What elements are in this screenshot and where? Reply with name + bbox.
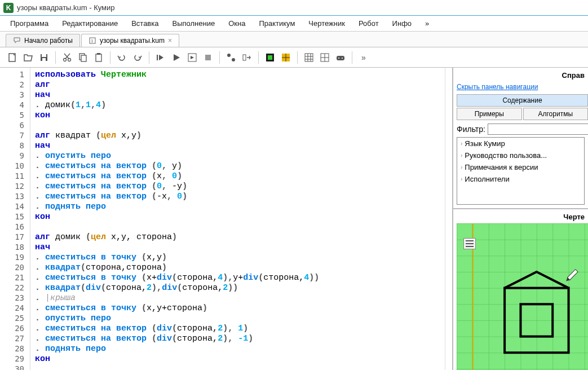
tree-item-label: Примечания к версии (465, 163, 538, 171)
line-number: 16 (0, 222, 30, 232)
code-editor[interactable]: использовать Чертежникалгнач. домик(1,1,… (30, 68, 445, 370)
code-line[interactable]: . поднять перо (35, 202, 445, 212)
menu-Вставка[interactable]: Вставка (126, 17, 164, 30)
code-line[interactable]: . сместиться в точку (x,y+сторона) (35, 303, 445, 314)
run-to-button[interactable] (185, 51, 199, 64)
menu-»[interactable]: » (419, 17, 435, 30)
menu-Практикум[interactable]: Практикум (253, 17, 300, 30)
separator (352, 51, 352, 64)
tree-item-label: Язык Кумир (465, 139, 505, 148)
svg-point-6 (64, 58, 67, 61)
speech-icon (13, 37, 21, 45)
tree-item[interactable]: ›Примечания к версии (457, 161, 584, 173)
svg-point-16 (232, 58, 235, 61)
line-number: 30 (0, 364, 30, 370)
canvas-menu-button[interactable] (463, 238, 476, 249)
menu-Редактирование[interactable]: Редактирование (56, 17, 123, 30)
gamepad-button[interactable] (334, 51, 347, 64)
trace-button[interactable] (240, 51, 254, 64)
svg-point-33 (342, 58, 343, 59)
debug-button[interactable] (224, 51, 238, 64)
menu-Программа[interactable]: Программа (5, 17, 54, 30)
line-number: 24 (0, 303, 30, 314)
menu-Робот[interactable]: Робот (353, 17, 384, 30)
line-number: 13 (0, 192, 30, 202)
run-button[interactable] (170, 51, 183, 64)
new-file-button[interactable] (6, 51, 19, 64)
menu-Выполнение[interactable]: Выполнение (166, 17, 220, 30)
editor-panel: 1234567891011121314151617181920212223242… (0, 68, 453, 370)
code-line[interactable]: нач (35, 141, 445, 151)
code-line[interactable]: кон (35, 354, 445, 364)
line-number: 23 (0, 293, 30, 303)
code-line[interactable]: . опустить перо (35, 314, 445, 324)
svg-rect-11 (97, 53, 100, 55)
code-line[interactable]: . квадрат(div(сторона,2),div(сторона,2)) (35, 283, 445, 293)
stop-button[interactable] (201, 51, 215, 64)
code-line[interactable]: кон (35, 111, 445, 121)
filter-input[interactable] (488, 124, 588, 135)
tab-Начало работы[interactable]: Начало работы (6, 34, 80, 47)
paste-button[interactable] (92, 51, 105, 64)
grid3-button[interactable] (302, 51, 316, 64)
code-line[interactable]: . домик(1,1,4) (35, 100, 445, 111)
code-line[interactable] (35, 364, 445, 370)
help-tab-content[interactable]: Содержание (457, 94, 588, 107)
undo-button[interactable] (115, 51, 129, 64)
target-button[interactable] (279, 51, 293, 64)
code-line[interactable]: . сместиться на вектор (0, y) (35, 161, 445, 171)
more-button[interactable]: » (357, 51, 370, 64)
help-tab-examples[interactable]: Примеры (457, 108, 522, 120)
svg-point-32 (338, 58, 339, 59)
line-number: 7 (0, 131, 30, 141)
code-line[interactable]: . квадрат(сторона,сторона) (35, 263, 445, 273)
code-line[interactable]: . сместиться в точку (x+div(сторона,4),y… (35, 273, 445, 283)
hide-nav-link[interactable]: Скрыть панель навигации (457, 83, 588, 91)
grid-green-button[interactable] (263, 51, 277, 64)
tree-item[interactable]: ›Исполнители (457, 173, 584, 185)
code-line[interactable]: . поднять перо (35, 344, 445, 354)
tree-item[interactable]: ›Язык Кумир (457, 138, 584, 149)
code-line[interactable]: нач (35, 243, 445, 253)
save-file-button[interactable] (37, 51, 51, 64)
open-file-button[interactable] (21, 51, 35, 64)
grid2-button[interactable] (318, 51, 331, 64)
code-line[interactable]: кон (35, 212, 445, 222)
redo-button[interactable] (131, 51, 144, 64)
code-line[interactable]: . сместиться на вектор (x, 0) (35, 171, 445, 182)
close-icon[interactable]: × (168, 37, 172, 45)
run-step-button[interactable] (154, 51, 167, 64)
code-line[interactable]: нач (35, 90, 445, 100)
help-tab-algorithms[interactable]: Алгоритмы (523, 108, 589, 120)
code-line[interactable]: использовать Чертежник (35, 70, 445, 80)
copy-button[interactable] (76, 51, 90, 64)
code-line[interactable]: . опустить перо (35, 151, 445, 161)
code-line[interactable]: алг (35, 80, 445, 90)
tree-item[interactable]: ›Руководство пользова... (457, 149, 584, 161)
code-line[interactable]: алг квадрат (цел x,y) (35, 131, 445, 141)
cut-button[interactable] (60, 51, 74, 64)
svg-rect-23 (305, 54, 313, 61)
menu-Окна[interactable]: Окна (223, 17, 251, 30)
code-line[interactable]: . сместиться на вектор (div(сторона,2), … (35, 324, 445, 334)
line-number: 5 (0, 111, 30, 121)
code-line[interactable]: . сместиться на вектор (-x, 0) (35, 192, 445, 202)
menu-Чертежник[interactable]: Чертежник (303, 17, 351, 30)
menu-Инфо[interactable]: Инфо (387, 17, 417, 30)
help-tree[interactable]: ›Язык Кумир›Руководство пользова...›Прим… (457, 137, 585, 205)
code-line[interactable]: алг домик (цел x,y, сторона) (35, 232, 445, 243)
code-line[interactable]: . |крыша (35, 293, 445, 303)
code-line[interactable] (35, 222, 445, 232)
help-panel-title: Справ (457, 71, 588, 80)
code-line[interactable]: . сместиться на вектор (div(сторона,2), … (35, 334, 445, 344)
line-number: 10 (0, 161, 30, 171)
code-line[interactable]: . сместиться на вектор (0, -y) (35, 182, 445, 192)
line-number: 6 (0, 121, 30, 131)
line-number: 25 (0, 314, 30, 324)
line-number: 8 (0, 141, 30, 151)
svg-rect-5 (42, 58, 46, 61)
code-line[interactable]: . сместиться в точку (x,y) (35, 253, 445, 263)
drawer-canvas[interactable] (457, 223, 588, 370)
code-line[interactable] (35, 121, 445, 131)
tab-узоры квадраты.kum[interactable]: 1узоры квадраты.kum× (81, 34, 179, 47)
